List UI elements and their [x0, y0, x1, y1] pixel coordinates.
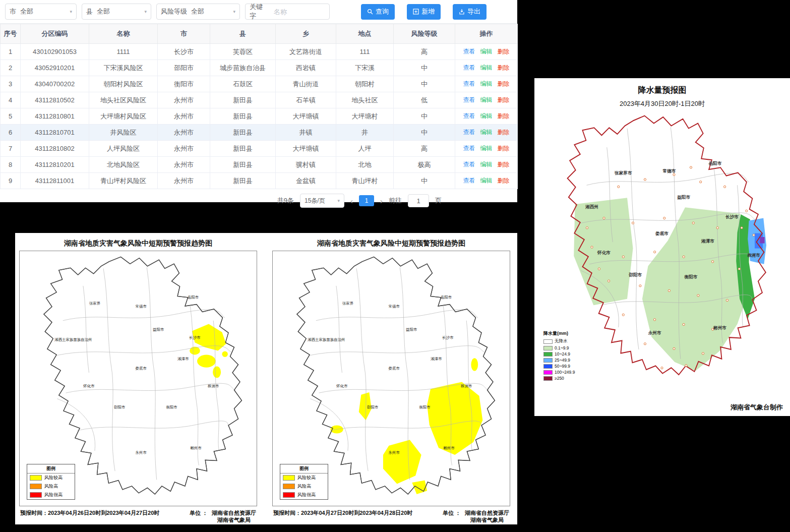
- row-actions: 查看编辑删除: [455, 173, 518, 189]
- action-edit[interactable]: 编辑: [480, 177, 493, 184]
- station-marker: [639, 285, 641, 287]
- action-delete[interactable]: 删除: [498, 145, 510, 152]
- action-edit[interactable]: 编辑: [480, 64, 493, 71]
- action-delete[interactable]: 删除: [498, 129, 510, 136]
- legend-label: 50~99.9: [555, 364, 570, 369]
- station-marker: [716, 227, 718, 229]
- action-edit[interactable]: 编辑: [480, 80, 493, 87]
- map-city-label: 益阳市: [153, 327, 164, 332]
- risk-zone-table-panel: 市 全部 ▾ 县 全部 ▾ 风险等级 全部 ▾ 关键字 查询: [0, 0, 517, 202]
- station-marker: [683, 323, 685, 325]
- export-button[interactable]: 导出: [453, 4, 487, 20]
- action-edit[interactable]: 编辑: [480, 145, 493, 152]
- action-view[interactable]: 查看: [463, 161, 475, 168]
- action-edit[interactable]: 编辑: [480, 161, 493, 168]
- map-city-label: 邵阳市: [628, 272, 642, 277]
- unit-line: 湖南省气象局: [217, 516, 251, 523]
- table-cell: 高: [394, 141, 455, 157]
- table-cell: 新田县: [210, 125, 276, 141]
- risk-level-filter-select[interactable]: 风险等级 全部 ▾: [156, 4, 240, 20]
- add-button[interactable]: 新增: [407, 4, 441, 20]
- prev-page-button[interactable]: ‹: [350, 197, 353, 205]
- table-cell: 大坪塘村风险区: [89, 108, 158, 125]
- table-cell: 43052910201: [21, 60, 89, 76]
- table-row: 843112810201北地风险区永州市新田县骥村镇北地极高查看编辑删除: [1, 157, 518, 173]
- table-cell: 石羊镇: [276, 92, 336, 108]
- legend-item: 无降水: [543, 338, 575, 345]
- action-edit[interactable]: 编辑: [480, 129, 493, 136]
- forecast-time: 预报时间：2023年04月26日20时到2023年04月27日20时: [20, 509, 159, 517]
- row-actions: 查看编辑删除: [455, 92, 518, 108]
- goto-page-input[interactable]: [408, 194, 429, 207]
- table-cell: 低: [394, 92, 455, 108]
- legend-label: 风险很高: [44, 492, 63, 498]
- table-cell: 大坪塘村: [336, 108, 394, 125]
- table-cell: 极高: [394, 157, 455, 173]
- precip-map-title: 降水量预报图: [534, 78, 790, 96]
- action-delete[interactable]: 删除: [498, 96, 510, 103]
- table-cell: 中: [394, 108, 455, 125]
- trend-map-footer: 预报时间：2023年04月27日20时到2023年04月28日20时 单位 ： …: [272, 506, 510, 524]
- action-delete[interactable]: 删除: [498, 177, 510, 184]
- precip-map-subtitle: 2023年4月30日20时-1日20时: [534, 96, 790, 108]
- county-filter-select[interactable]: 县 全部 ▾: [82, 4, 151, 20]
- export-icon: [459, 9, 465, 15]
- map-city-label: 株洲市: [207, 384, 219, 388]
- action-view[interactable]: 查看: [463, 80, 475, 87]
- action-edit[interactable]: 编辑: [480, 48, 493, 55]
- page-size-value: 15条/页: [305, 197, 325, 205]
- row-actions: 查看编辑删除: [455, 141, 518, 157]
- legend-label: 风险高: [297, 483, 311, 490]
- city-filter-select[interactable]: 市 全部 ▾: [5, 4, 77, 20]
- action-delete[interactable]: 删除: [498, 161, 510, 168]
- precip-legend-title: 降水量(mm): [543, 330, 575, 337]
- table-header-row: 序号 分区编码 名称 市 县 乡 地点 风险等级 操作: [1, 24, 518, 44]
- legend-items: 风险较高风险高风险很高: [280, 474, 328, 499]
- action-view[interactable]: 查看: [463, 64, 475, 71]
- table-row: 943112811001青山坪村风险区永州市新田县金盆镇青山坪村中查看编辑删除: [1, 173, 518, 189]
- action-view[interactable]: 查看: [463, 145, 475, 152]
- page-size-select[interactable]: 15条/页 ▾: [300, 194, 344, 208]
- action-view[interactable]: 查看: [463, 48, 475, 55]
- goto-label: 前往: [389, 196, 402, 205]
- action-view[interactable]: 查看: [463, 96, 475, 103]
- table-cell: 下宋溪风险区: [89, 60, 158, 76]
- station-marker: [622, 314, 624, 316]
- map-city-label: 邵阳市: [114, 405, 126, 409]
- action-view[interactable]: 查看: [463, 129, 475, 136]
- table-row: 543112810801大坪塘村风险区永州市新田县大坪塘镇大坪塘村中查看编辑删除: [1, 108, 518, 125]
- legend-swatch: [543, 339, 553, 344]
- action-edit[interactable]: 编辑: [480, 96, 493, 103]
- export-button-label: 导出: [467, 7, 480, 16]
- station-marker: [654, 319, 656, 321]
- county-filter-label: 县: [86, 7, 93, 16]
- map-city-label: 益阳市: [406, 327, 417, 332]
- legend-label: 风险高: [44, 483, 58, 490]
- action-delete[interactable]: 删除: [498, 48, 510, 55]
- row-actions: 查看编辑删除: [455, 60, 518, 76]
- action-delete[interactable]: 删除: [498, 80, 510, 87]
- legend-item: 风险较高: [27, 474, 75, 482]
- action-delete[interactable]: 删除: [498, 64, 510, 71]
- legend-item: 风险很高: [280, 491, 328, 499]
- station-marker: [661, 367, 663, 369]
- legend-title: 图例: [27, 464, 75, 474]
- action-edit[interactable]: 编辑: [480, 112, 493, 120]
- current-page[interactable]: 1: [359, 195, 374, 206]
- action-delete[interactable]: 删除: [498, 112, 510, 120]
- next-page-button[interactable]: ›: [380, 197, 383, 205]
- table-cell: 文艺路街道: [276, 44, 336, 60]
- keyword-input[interactable]: [273, 8, 325, 16]
- action-view[interactable]: 查看: [463, 112, 475, 120]
- map-city-label: 永州市: [135, 450, 147, 455]
- table-cell: 43112810201: [21, 157, 89, 173]
- table-cell: 2: [1, 60, 21, 76]
- search-button[interactable]: 查询: [361, 4, 395, 20]
- legend-title: 图例: [280, 464, 328, 474]
- action-view[interactable]: 查看: [463, 177, 475, 184]
- station-marker: [673, 347, 675, 349]
- map-city-label: 郴州市: [191, 446, 202, 450]
- table-cell: 芙蓉区: [210, 44, 276, 60]
- risk-level-filter-label: 风险等级: [161, 7, 187, 16]
- column-header: 分区编码: [21, 24, 89, 44]
